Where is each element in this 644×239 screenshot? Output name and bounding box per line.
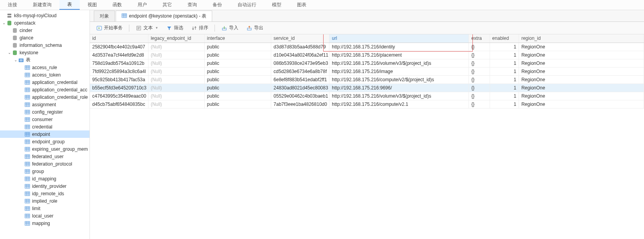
tree-toggle-icon[interactable]: ⌄ — [2, 21, 6, 25]
cell-url[interactable]: http://192.168.175.216/compute/v2/$(proj… — [329, 75, 469, 84]
cell-id[interactable]: 2582904fbc4e402c9a407 — [90, 43, 148, 51]
column-header-url[interactable]: url — [329, 34, 469, 43]
cell-interface[interactable]: public — [204, 75, 271, 84]
menu-item-0[interactable]: 连接 — [0, 0, 25, 10]
table-row[interactable]: 4d3537ea7cf44efd9e2d8(Null)publicd10e043… — [90, 51, 644, 59]
cell-region_id[interactable]: RegionOne — [519, 75, 644, 84]
cell-url[interactable]: http://192.168.175.216:9696/ — [329, 84, 469, 92]
tree-node-local_user[interactable]: local_user — [0, 212, 89, 219]
cell-id[interactable]: d45cb75abf654840835bc — [90, 100, 148, 108]
tab-0[interactable]: 对象 — [94, 11, 115, 21]
data-grid[interactable]: idlegacy_endpoint_idinterfaceservice_idu… — [90, 34, 644, 109]
tree-node-application_credential[interactable]: application_credential — [0, 78, 89, 86]
cell-url[interactable]: http://192.168.175.216/identity — [329, 43, 469, 51]
table-row[interactable]: c47643995c35489eaac00(Null)public05529e0… — [90, 92, 644, 100]
tree-node-endpoint_group[interactable]: endpoint_group — [0, 138, 89, 145]
tree-node-mapping[interactable]: mapping — [0, 219, 89, 227]
cell-region_id[interactable]: RegionOne — [519, 100, 644, 108]
cell-legacy_endpoint_id[interactable]: (Null) — [148, 51, 204, 59]
cell-enabled[interactable]: 1 — [490, 84, 519, 92]
cell-service_id[interactable]: 05529e00462c4b03baeb1 — [271, 92, 329, 100]
tree-node-expiring_user_group_mem[interactable]: expiring_user_group_mem — [0, 145, 89, 153]
cell-id[interactable]: 4d3537ea7cf44efd9e2d8 — [90, 51, 148, 59]
table-row[interactable]: d45cb75abf654840835bc(Null)public7ab7f3e… — [90, 100, 644, 108]
tree-node-identity_provider[interactable]: identity_provider — [0, 182, 89, 190]
export-button[interactable]: 导出 — [243, 23, 267, 32]
cell-extra[interactable]: {} — [469, 51, 490, 59]
cell-extra[interactable]: {} — [469, 43, 490, 51]
cell-url[interactable]: http://192.168.175.216/image — [329, 67, 469, 75]
sort-button[interactable]: 排序 — [188, 23, 211, 32]
cell-id[interactable]: 7fd9922c85894a3c8c6a4l — [90, 67, 148, 75]
cell-region_id[interactable]: RegionOne — [519, 51, 644, 59]
cell-service_id[interactable]: d10e0434a8024f06a2ef11 — [271, 51, 329, 59]
table-row[interactable]: 2582904fbc4e402c9a407(Null)publicd3d87d8… — [90, 43, 644, 51]
cell-enabled[interactable]: 1 — [490, 100, 519, 108]
cell-enabled[interactable]: 1 — [490, 75, 519, 84]
menu-item-2[interactable]: 表 — [59, 0, 80, 10]
cell-region_id[interactable]: RegionOne — [519, 92, 644, 100]
menu-item-6[interactable]: 其它 — [155, 0, 180, 10]
tree-toggle-icon[interactable]: ⌄ — [13, 58, 18, 62]
table-row[interactable]: 7fd9922c85894a3c8c6a4l(Null)publiccd5d28… — [90, 67, 644, 75]
cell-enabled[interactable]: 1 — [490, 92, 519, 100]
cell-interface[interactable]: public — [204, 100, 271, 108]
tree-node-federation_protocol[interactable]: federation_protocol — [0, 160, 89, 168]
cell-service_id[interactable]: d3d87d83b5aa4d588d79 — [271, 43, 329, 51]
import-button[interactable]: 导入 — [218, 23, 242, 32]
cell-interface[interactable]: public — [204, 59, 271, 67]
cell-legacy_endpoint_id[interactable]: (Null) — [148, 92, 204, 100]
tree-node-assignment[interactable]: assignment — [0, 101, 89, 108]
menu-item-7[interactable]: 查询 — [180, 0, 205, 10]
menu-item-1[interactable]: 新建查询 — [25, 0, 59, 10]
cell-extra[interactable]: {} — [469, 92, 490, 100]
cell-url[interactable]: http://192.168.175.216/placement — [329, 51, 469, 59]
cell-legacy_endpoint_id[interactable]: (Null) — [148, 59, 204, 67]
tree-node-endpoint[interactable]: endpoint — [0, 130, 89, 138]
tree-node-group[interactable]: group — [0, 168, 89, 175]
cell-legacy_endpoint_id[interactable]: (Null) — [148, 84, 204, 92]
cell-id[interactable]: ▶b55ecf5fd3e645209710c3 — [90, 84, 148, 92]
column-header-legacy_endpoint_id[interactable]: legacy_endpoint_id — [148, 34, 204, 43]
tree-toggle-icon[interactable]: ⌄ — [7, 50, 12, 55]
column-header-id[interactable]: id — [90, 34, 148, 43]
tree-node-information_schema[interactable]: information_schema — [0, 41, 89, 49]
cell-service_id[interactable]: cd5d2863e6734e6a8b78f — [271, 67, 329, 75]
cell-url[interactable]: http://192.168.175.216/compute/v2.1 — [329, 100, 469, 108]
cell-interface[interactable]: public — [204, 84, 271, 92]
cell-extra[interactable]: {} — [469, 75, 490, 84]
cell-legacy_endpoint_id[interactable]: (Null) — [148, 43, 204, 51]
cell-id[interactable]: 758d19adb5754a10912b — [90, 59, 148, 67]
tree-node-consumer[interactable]: consumer — [0, 116, 89, 123]
tree-node-openstack[interactable]: ⌄openstack — [0, 19, 89, 27]
menu-item-5[interactable]: 用户 — [130, 0, 155, 10]
cell-interface[interactable]: public — [204, 67, 271, 75]
cell-id[interactable]: 95c925bb413b417fac53a — [90, 75, 148, 84]
cell-service_id[interactable]: 24830ad8021d45ec80083 — [271, 84, 329, 92]
cell-legacy_endpoint_id[interactable]: (Null) — [148, 67, 204, 75]
cell-extra[interactable]: {} — [469, 84, 490, 92]
menu-item-11[interactable]: 图表 — [289, 0, 314, 10]
cell-enabled[interactable]: 1 — [490, 43, 519, 51]
cell-interface[interactable]: public — [204, 92, 271, 100]
cell-region_id[interactable]: RegionOne — [519, 84, 644, 92]
column-header-enabled[interactable]: enabled — [490, 34, 519, 43]
cell-interface[interactable]: public — [204, 43, 271, 51]
cell-region_id[interactable]: RegionOne — [519, 43, 644, 51]
cell-enabled[interactable]: 1 — [490, 59, 519, 67]
menu-item-4[interactable]: 函数 — [105, 0, 130, 10]
menu-item-10[interactable]: 模型 — [264, 0, 289, 10]
cell-extra[interactable]: {} — [469, 100, 490, 108]
menu-item-9[interactable]: 自动运行 — [230, 0, 264, 10]
tree-node-id_mapping[interactable]: id_mapping — [0, 175, 89, 182]
tree-node-application_credential_role[interactable]: application_credential_role — [0, 93, 89, 101]
tree-node-access_token[interactable]: access_token — [0, 71, 89, 78]
cell-legacy_endpoint_id[interactable]: (Null) — [148, 75, 204, 84]
filter-button[interactable]: 筛选 — [163, 23, 186, 32]
tree-node-k8s-mysql-royiCloud[interactable]: k8s-mysql-royiCloud — [0, 12, 89, 19]
tree-node-credential[interactable]: credential — [0, 123, 89, 130]
tree-node-keystone[interactable]: ⌄keystone — [0, 49, 89, 56]
tab-1[interactable]: endpoint @keystone (openstack) - 表 — [116, 11, 212, 21]
cell-interface[interactable]: public — [204, 51, 271, 59]
cell-region_id[interactable]: RegionOne — [519, 67, 644, 75]
